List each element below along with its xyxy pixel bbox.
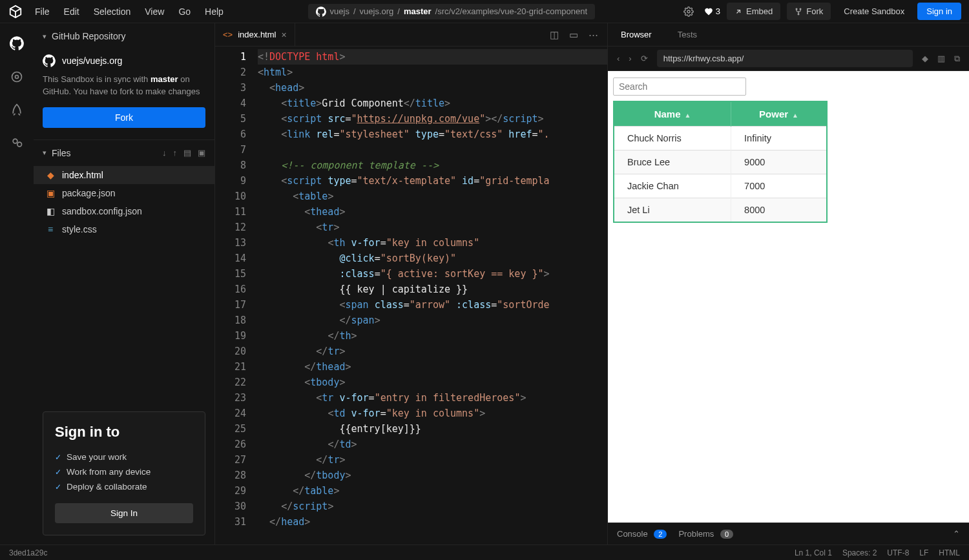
code-file-icon: <> xyxy=(223,30,233,39)
embed-button[interactable]: Embed xyxy=(727,3,780,20)
status-lncol[interactable]: Ln 1, Col 1 xyxy=(795,548,832,557)
status-eol[interactable]: LF xyxy=(919,548,928,557)
sort-arrow-icon: ▲ xyxy=(792,112,798,119)
files-header[interactable]: ▾ Files ↓ ↑ ▤ ▣ xyxy=(34,140,214,166)
benefit-3: ✓Deploy & collaborate xyxy=(55,479,193,494)
breadcrumb-owner: vuejs xyxy=(330,6,349,16)
search-input[interactable]: Search xyxy=(613,78,746,96)
collapse-console-icon[interactable]: ⌃ xyxy=(953,529,960,539)
problems-count-badge: 0 xyxy=(720,530,733,539)
signin-card-title: Sign in to xyxy=(55,424,193,441)
box-file-icon: ◧ xyxy=(45,206,56,216)
table-row: Chuck NorrisInfinity xyxy=(614,127,827,150)
json-file-icon: ▣ xyxy=(45,188,56,198)
sort-arrow-icon: ▲ xyxy=(685,112,691,119)
status-language[interactable]: HTML xyxy=(939,548,960,557)
likes-heart[interactable]: 3 xyxy=(704,3,720,21)
repo-link[interactable]: vuejs/vuejs.org xyxy=(34,49,214,74)
console-count-badge: 2 xyxy=(654,530,667,539)
upload-icon[interactable]: ↑ xyxy=(173,148,178,158)
nav-back-icon[interactable]: ‹ xyxy=(617,54,620,63)
breadcrumb[interactable]: vuejs / vuejs.org / master /src/v2/examp… xyxy=(308,4,596,19)
split-editor-icon[interactable]: ◫ xyxy=(550,29,559,41)
signin-button-top[interactable]: Sign in xyxy=(917,3,961,20)
top-menubar: File Edit Selection View Go Help vuejs /… xyxy=(0,0,969,23)
console-tab[interactable]: Console 2 xyxy=(617,529,667,539)
download-icon[interactable]: ↓ xyxy=(162,148,167,158)
create-sandbox-button[interactable]: Create Sandbox xyxy=(837,3,911,20)
menu-view[interactable]: View xyxy=(145,6,164,17)
menu-selection[interactable]: Selection xyxy=(94,6,131,17)
nav-forward-icon[interactable]: › xyxy=(629,54,631,63)
preview-footer: Console 2 Problems 0 ⌃ xyxy=(608,523,969,544)
status-commit[interactable]: 3ded1a29c xyxy=(9,548,47,557)
file-list: ◆ index.html ▣ package.json ◧ sandbox.co… xyxy=(34,166,214,238)
breadcrumb-path: /src/v2/examples/vue-20-grid-component xyxy=(435,6,588,16)
svg-point-0 xyxy=(687,10,690,13)
editor-body[interactable]: 1234567891011121314151617181920212223242… xyxy=(215,47,607,544)
sync-status-text: This Sandbox is in sync with master on G… xyxy=(34,74,214,107)
col-power-header[interactable]: Power▲ xyxy=(731,101,827,127)
gear-icon[interactable] xyxy=(680,3,698,21)
svg-point-7 xyxy=(17,142,22,147)
fork-button-top[interactable]: Fork xyxy=(787,3,831,20)
chevron-down-icon: ▾ xyxy=(43,32,47,41)
svg-point-1 xyxy=(796,8,797,10)
logo-icon[interactable] xyxy=(8,4,23,19)
menu-edit[interactable]: Edit xyxy=(64,6,79,17)
menu-file[interactable]: File xyxy=(35,6,50,17)
preview-tab-browser[interactable]: Browser xyxy=(608,23,665,46)
sidebar: ▾ GitHub Repository vuejs/vuejs.org This… xyxy=(34,23,215,544)
breadcrumb-repo: vuejs.org xyxy=(360,6,394,16)
sidebar-repo-header[interactable]: ▾ GitHub Repository xyxy=(34,23,214,49)
file-item-sandbox-config[interactable]: ◧ sandbox.config.json xyxy=(34,202,214,220)
status-encoding[interactable]: UTF-8 xyxy=(887,548,909,557)
table-row: Jackie Chan7000 xyxy=(614,174,827,198)
benefit-1: ✓Save your work xyxy=(55,450,193,464)
status-bar: 3ded1a29c Ln 1, Col 1 Spaces: 2 UTF-8 LF… xyxy=(0,544,969,560)
benefit-2: ✓Work from any device xyxy=(55,464,193,479)
url-input[interactable] xyxy=(657,50,913,67)
editor-tabbar: <> index.html × ◫ ▭ ⋯ xyxy=(215,23,607,47)
preview-external-icon[interactable]: ⧉ xyxy=(954,54,960,64)
new-folder-icon[interactable]: ▣ xyxy=(198,148,205,158)
file-item-package-json[interactable]: ▣ package.json xyxy=(34,184,214,202)
preview-address-bar: ‹ › ⟳ ◆ ▥ ⧉ xyxy=(608,47,969,71)
more-icon[interactable]: ⋯ xyxy=(589,29,598,41)
reload-icon[interactable]: ⟳ xyxy=(641,54,648,63)
chevron-down-icon: ▾ xyxy=(43,149,47,157)
preview-tab-tests[interactable]: Tests xyxy=(665,23,710,46)
github-icon xyxy=(43,54,56,67)
css-file-icon: ≡ xyxy=(45,224,56,234)
html-file-icon: ◆ xyxy=(45,170,56,180)
editor: <> index.html × ◫ ▭ ⋯ 123456789101112131… xyxy=(215,23,607,544)
preview-layout2-icon[interactable]: ▥ xyxy=(937,54,945,63)
activity-bar xyxy=(0,23,34,544)
config-activity-icon[interactable] xyxy=(10,70,23,85)
fork-button-sidebar[interactable]: Fork xyxy=(43,107,205,128)
svg-point-4 xyxy=(16,76,19,79)
editor-tab-index-html[interactable]: <> index.html × xyxy=(215,23,295,46)
preview-layout1-icon[interactable]: ◆ xyxy=(922,54,928,63)
live-activity-icon[interactable] xyxy=(10,136,23,151)
close-tab-icon[interactable]: × xyxy=(281,30,286,40)
likes-count: 3 xyxy=(716,6,720,16)
problems-tab[interactable]: Problems 0 xyxy=(678,529,733,539)
line-gutter: 1234567891011121314151617181920212223242… xyxy=(215,47,255,544)
menu-go[interactable]: Go xyxy=(178,6,191,17)
file-item-index-html[interactable]: ◆ index.html xyxy=(34,166,214,184)
status-spaces[interactable]: Spaces: 2 xyxy=(842,548,877,557)
file-item-style-css[interactable]: ≡ style.css xyxy=(34,220,214,238)
new-file-icon[interactable]: ▤ xyxy=(183,148,191,158)
code-content[interactable]: <!DOCTYPE html><html> <head> <title>Grid… xyxy=(255,47,607,544)
signin-card-button[interactable]: Sign In xyxy=(55,503,193,523)
svg-point-3 xyxy=(798,14,799,15)
github-activity-icon[interactable] xyxy=(10,36,24,52)
preview-content: Search Name▲ Power▲ Chuck NorrisInfinity… xyxy=(608,71,969,523)
preview-tabs: Browser Tests xyxy=(608,23,969,47)
deploy-activity-icon[interactable] xyxy=(10,103,23,118)
layout-icon[interactable]: ▭ xyxy=(569,29,578,41)
svg-point-6 xyxy=(13,139,17,143)
col-name-header[interactable]: Name▲ xyxy=(614,101,731,127)
menu-help[interactable]: Help xyxy=(205,6,224,17)
